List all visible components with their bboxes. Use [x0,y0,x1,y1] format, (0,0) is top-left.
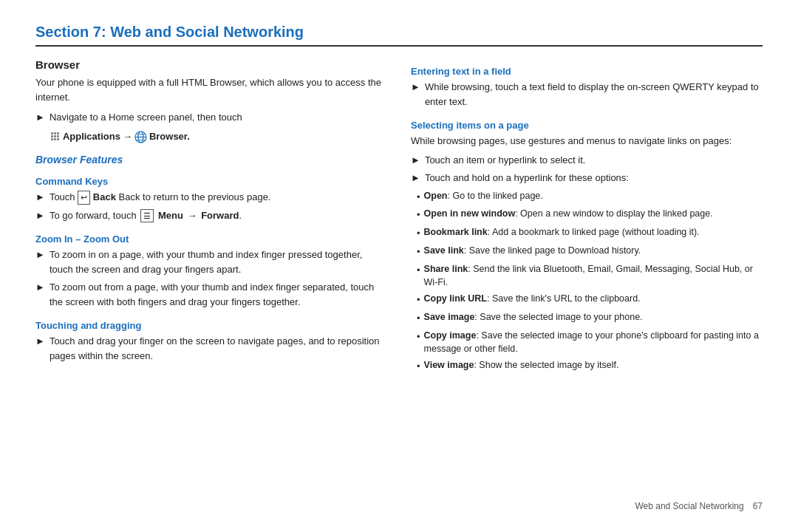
dot-icon: • [417,191,420,205]
bullet-arrow-touch-drag: ► [35,334,45,349]
select-bullet1-text: Touch an item or hyperlink to select it. [425,153,586,168]
bullet-arrow-navigate: ► [35,110,45,125]
bullet-arrow-cmd2: ► [35,208,45,223]
select-bullet1: ► Touch an item or hyperlink to select i… [411,153,763,168]
navigate-bullet: ► Navigate to a Home screen panel, then … [35,110,387,144]
section-divider [35,45,763,47]
app-grid-icon [50,131,61,142]
dot-text: Save image: Save the selected image to y… [424,310,643,324]
dot-icon: • [417,264,420,278]
dot-icon: • [417,227,420,241]
dot-items-list: • Open: Go to the linked page. • Open in… [411,189,763,377]
dot-text: View image: Show the selected image by i… [424,358,619,372]
zoom2-text: To zoom out from a page, with your thumb… [50,280,387,309]
menu-icon: ☰ [140,209,154,223]
bullet-arrow-select1: ► [411,153,420,168]
dot-text: Bookmark link: Add a bookmark to linked … [424,225,700,239]
dot-icon: • [417,360,420,374]
applications-label: Applications [63,129,120,144]
footer-page: 67 [753,501,763,511]
browser-heading: Browser [35,58,387,71]
cmd1-bullet: ► Touch ↩ Back Back to return to the pre… [35,190,387,205]
globe-icon [134,131,147,143]
dot-text: Share link: Send the link via Bluetooth,… [424,262,763,289]
dot-icon: • [417,312,420,326]
zoom1-bullet: ► To zoom in on a page, with your thumb … [35,248,387,276]
touch-drag-heading: Touching and dragging [35,320,387,331]
dot-text: Open in new window: Open a new window to… [424,207,713,220]
cmd2-text: To go forward, touch ☰ Menu → Forward. [50,208,242,223]
list-item: • View image: Show the selected image by… [411,358,763,374]
list-item: • Open in new window: Open a new window … [411,207,763,222]
zoom-heading: Zoom In – Zoom Out [35,233,387,245]
footer: Web and Social Networking 67 [35,501,763,511]
select-bullet2-text: Touch and hold on a hyperlink for these … [425,171,629,185]
bullet-arrow-zoom1: ► [35,248,45,262]
selecting-intro: While browsing pages, use gestures and m… [411,134,763,149]
list-item: • Save link: Save the linked page to Dow… [411,244,763,259]
cmd1-text: Touch ↩ Back Back to return to the previ… [50,190,271,205]
bullet-arrow-zoom2: ► [35,280,45,295]
list-item: • Bookmark link: Add a bookmark to linke… [411,225,763,241]
left-column: Browser Your phone is equipped with a fu… [35,58,387,492]
bullet-arrow-cmd1: ► [35,190,45,205]
entering-text-heading: Entering text in a field [411,66,763,77]
dot-text: Save link: Save the linked page to Downl… [424,244,641,257]
dot-text: Copy image: Save the selected image to y… [424,329,763,355]
dot-icon: • [417,293,420,307]
back-icon: ↩ [78,191,90,205]
navigate-text: Navigate to a Home screen panel, then to… [50,110,242,144]
touch-drag-bullet: ► Touch and drag your finger on the scre… [35,334,387,363]
dot-icon: • [417,330,420,344]
nav-arrow: → [123,129,132,144]
dot-text: Open: Go to the linked page. [424,189,543,202]
browser-label: Browser. [149,129,190,144]
browser-features-heading: Browser Features [35,154,387,166]
list-item: • Save image: Save the selected image to… [411,310,763,326]
bullet-arrow-select2: ► [411,171,420,185]
two-column-layout: Browser Your phone is equipped with a fu… [35,58,763,492]
select-bullet2: ► Touch and hold on a hyperlink for thes… [411,171,763,185]
entering-text: While browsing, touch a text field to di… [425,80,763,109]
zoom1-text: To zoom in on a page, with your thumb an… [50,248,387,276]
cmd2-arrow: → [188,210,197,221]
list-item: • Share link: Send the link via Bluetoot… [411,262,763,289]
page: Section 7: Web and Social Networking Bro… [0,0,798,532]
entering-text-bullet: ► While browsing, touch a text field to … [411,80,763,109]
cmd2-bullet: ► To go forward, touch ☰ Menu → Forward. [35,208,387,223]
list-item: • Copy image: Save the selected image to… [411,329,763,355]
touch-drag-text: Touch and drag your finger on the screen… [50,334,387,363]
zoom2-bullet: ► To zoom out from a page, with your thu… [35,280,387,309]
list-item: • Copy link URL: Save the link's URL to … [411,292,763,307]
dot-text: Copy link URL: Save the link's URL to th… [424,292,641,305]
section-title: Section 7: Web and Social Networking [35,24,763,41]
right-column: Entering text in a field ► While browsin… [411,58,763,492]
list-item: • Open: Go to the linked page. [411,189,763,205]
selecting-items-heading: Selecting items on a page [411,120,763,131]
dot-icon: • [417,245,420,259]
browser-intro: Your phone is equipped with a full HTML … [35,75,387,104]
footer-text: Web and Social Networking [635,501,743,511]
command-keys-heading: Command Keys [35,176,387,187]
dot-icon: • [417,208,420,222]
bullet-arrow-entering: ► [411,80,420,95]
